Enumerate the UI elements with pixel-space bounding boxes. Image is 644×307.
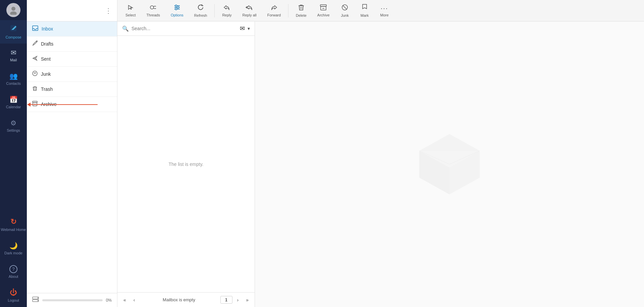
nav-item-calendar[interactable]: 📅 Calendar — [0, 90, 27, 114]
toolbar-delete[interactable]: Delete — [291, 1, 311, 20]
refresh-label: Refresh — [194, 13, 207, 17]
empty-state-illustration — [406, 124, 493, 204]
threads-icon — [150, 4, 157, 12]
svg-point-16 — [150, 6, 154, 9]
last-page-button[interactable]: » — [243, 296, 251, 304]
toolbar-replyall[interactable]: Reply all — [238, 2, 261, 20]
nav-item-settings[interactable]: ⚙ Settings — [0, 114, 27, 137]
sidebar: ⋮ Inbox Drafts Sent — [27, 0, 117, 307]
contacts-label: Contacts — [6, 81, 20, 85]
sidebar-item-archive[interactable]: Archive — [27, 97, 117, 112]
junk-btn-label: Junk — [341, 13, 348, 17]
options-icon — [174, 4, 180, 12]
mail-filter-icon[interactable]: ✉ — [240, 25, 245, 32]
first-page-button[interactable]: « — [121, 296, 129, 304]
sidebar-more-icon[interactable]: ⋮ — [105, 7, 112, 15]
sent-label: Sent — [41, 56, 51, 62]
replyall-label: Reply all — [243, 13, 257, 17]
settings-label: Settings — [7, 128, 20, 132]
nav-item-compose[interactable]: Compose — [0, 20, 27, 44]
sidebar-item-drafts[interactable]: Drafts — [27, 37, 117, 52]
about-icon: ? — [9, 265, 17, 273]
logout-icon: ⏻ — [10, 288, 17, 297]
archive-btn-label: Archive — [317, 13, 330, 17]
delete-label: Delete — [296, 13, 307, 17]
email-list-body: The list is empty. — [117, 36, 255, 292]
threads-label: Threads — [147, 13, 160, 17]
calendar-icon: 📅 — [9, 96, 18, 104]
toolbar-archive[interactable]: Archive — [313, 2, 334, 20]
compose-label: Compose — [5, 35, 21, 39]
archive-icon — [32, 101, 38, 108]
select-icon — [127, 4, 133, 12]
about-label: About — [9, 274, 18, 279]
toolbar-refresh[interactable]: Refresh — [190, 1, 212, 20]
next-page-button[interactable]: › — [234, 296, 241, 304]
toolbar-archive-icon — [320, 4, 327, 12]
sidebar-item-junk[interactable]: Junk — [27, 67, 117, 82]
search-input[interactable] — [131, 26, 237, 31]
nav-item-about[interactable]: ? About — [0, 260, 27, 284]
svg-point-22 — [175, 8, 177, 10]
nav-item-contacts[interactable]: 👥 Contacts — [0, 67, 27, 90]
replyall-icon — [246, 4, 254, 12]
mail-label: Mail — [10, 58, 17, 62]
toolbar-select[interactable]: Select — [121, 2, 141, 20]
sidebar-storage: 0% — [27, 293, 117, 307]
archive-label: Archive — [41, 102, 57, 107]
toolbar-mark[interactable]: Mark — [356, 1, 374, 20]
sent-icon — [32, 56, 38, 62]
nav-item-webmail[interactable]: ↻ Webmail Home — [0, 213, 27, 237]
webmail-icon: ↻ — [10, 218, 16, 226]
svg-marker-33 — [419, 134, 480, 151]
storage-bar — [42, 299, 103, 301]
more-label: More — [380, 13, 389, 17]
svg-point-1 — [10, 11, 17, 15]
sidebar-item-trash[interactable]: Trash — [27, 82, 117, 97]
storage-percent: 0% — [106, 298, 112, 303]
svg-rect-3 — [33, 26, 38, 30]
darkmode-label: Dark mode — [4, 251, 22, 255]
inbox-label: Inbox — [42, 26, 53, 32]
nav-item-mail[interactable]: ✉ Mail — [0, 44, 27, 67]
svg-point-14 — [38, 298, 39, 299]
refresh-icon — [197, 4, 204, 12]
mark-label: Mark — [361, 13, 369, 17]
sidebar-header: ⋮ — [27, 0, 117, 21]
logout-label: Logout — [8, 298, 19, 302]
toolbar: Select Threads — [117, 0, 644, 21]
compose-icon — [10, 24, 17, 34]
svg-point-6 — [35, 73, 36, 73]
toolbar-sep-2 — [288, 4, 288, 17]
calendar-label: Calendar — [6, 105, 21, 109]
toolbar-more[interactable]: ··· More — [375, 2, 394, 20]
nav-item-darkmode[interactable]: 🌙 Dark mode — [0, 237, 27, 260]
forward-label: Forward — [267, 13, 281, 17]
nav-item-logout[interactable]: ⏻ Logout — [0, 284, 27, 307]
mail-icon: ✉ — [11, 49, 16, 57]
page-number-input[interactable] — [220, 296, 232, 304]
forward-icon — [271, 4, 277, 12]
svg-point-0 — [11, 7, 15, 11]
svg-point-20 — [175, 5, 177, 6]
sidebar-item-sent[interactable]: Sent — [27, 52, 117, 67]
toolbar-threads[interactable]: Threads — [142, 2, 165, 20]
options-label: Options — [171, 13, 183, 17]
chevron-down-icon[interactable]: ▾ — [248, 26, 250, 31]
drafts-icon — [32, 41, 38, 47]
toolbar-junk-icon — [341, 4, 348, 12]
toolbar-options[interactable]: Options — [166, 2, 188, 20]
prev-page-button[interactable]: ‹ — [131, 296, 138, 304]
delete-icon — [298, 4, 304, 12]
main-content: Select Threads — [117, 0, 644, 307]
select-label: Select — [125, 13, 136, 17]
nav-avatar — [0, 0, 27, 20]
sidebar-item-inbox[interactable]: Inbox — [27, 21, 117, 37]
toolbar-reply[interactable]: Reply — [217, 2, 236, 20]
mailbox-status: Mailbox is empty — [140, 297, 218, 302]
settings-icon: ⚙ — [10, 119, 16, 127]
toolbar-junk[interactable]: Junk — [336, 1, 354, 20]
reply-label: Reply — [222, 13, 231, 17]
toolbar-forward[interactable]: Forward — [263, 2, 285, 20]
more-icon: ··· — [381, 4, 388, 12]
